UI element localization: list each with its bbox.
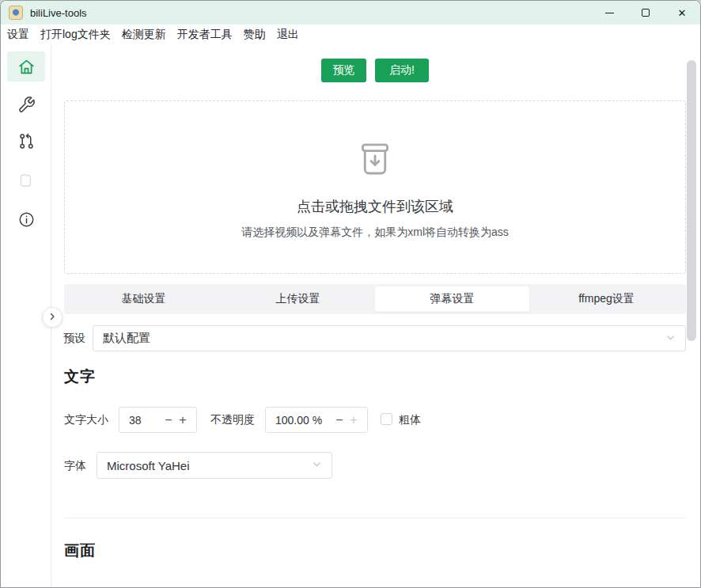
section-divider (64, 518, 686, 518)
preset-select[interactable]: 默认配置 (93, 325, 686, 351)
font-size-input: − + (119, 407, 197, 433)
menu-item-settings[interactable]: 设置 (2, 25, 35, 44)
font-size-minus-button[interactable]: − (161, 414, 176, 427)
font-size-plus-button[interactable]: + (176, 414, 190, 427)
chevron-down-icon (312, 458, 322, 472)
menu-item-check-update[interactable]: 检测更新 (116, 25, 172, 44)
info-icon (17, 211, 36, 229)
tab-upload-settings[interactable]: 上传设置 (221, 286, 375, 312)
titlebar[interactable]: biliLive-tools ✕ (1, 1, 700, 25)
archive-download-icon (357, 142, 393, 180)
opacity-plus-button[interactable]: + (347, 414, 361, 427)
sidebar-item-danmu[interactable] (7, 165, 45, 195)
tab-basic-settings[interactable]: 基础设置 (66, 286, 221, 312)
app-window: biliLive-tools ✕ 设置 打开log文件夹 检测更新 开发者工具 … (0, 0, 701, 588)
app-logo-icon (9, 6, 23, 20)
opacity-minus-button[interactable]: − (332, 414, 347, 427)
file-dropzone[interactable]: 点击或拖拽文件到该区域 请选择视频以及弹幕文件，如果为xml将自动转换为ass (64, 101, 686, 274)
text-section-heading: 文字 (64, 366, 96, 387)
dropzone-main-text: 点击或拖拽文件到该区域 (297, 197, 453, 216)
window-title: biliLive-tools (30, 7, 87, 19)
opacity-input: − + (265, 407, 368, 433)
opacity-field[interactable] (275, 414, 332, 427)
menubar: 设置 打开log文件夹 检测更新 开发者工具 赞助 退出 (1, 25, 700, 45)
minimize-button[interactable] (591, 1, 627, 25)
chevron-down-icon (665, 332, 676, 346)
maximize-icon (642, 9, 650, 17)
sidebar-expand-button[interactable] (42, 307, 63, 328)
sidebar-item-home[interactable] (7, 51, 45, 82)
vertical-scrollbar-thumb[interactable] (687, 60, 696, 341)
menu-item-open-log-folder[interactable]: 打开log文件夹 (35, 25, 116, 44)
font-family-select[interactable]: Microsoft YaHei (97, 452, 332, 479)
close-button[interactable]: ✕ (664, 1, 700, 25)
preset-label: 预设 (63, 332, 85, 346)
font-family-label: 字体 (64, 459, 86, 473)
menu-item-devtools[interactable]: 开发者工具 (172, 25, 238, 44)
maximize-button[interactable] (627, 1, 664, 25)
sidebar-item-about[interactable] (7, 204, 45, 234)
font-size-label: 文字大小 (64, 413, 108, 427)
chevron-right-icon (47, 310, 57, 324)
home-icon (17, 58, 36, 76)
window-controls: ✕ (591, 1, 700, 25)
bold-checkbox[interactable] (381, 413, 392, 425)
preset-select-value: 默认配置 (103, 331, 665, 346)
screen-section-heading: 画面 (64, 541, 96, 561)
font-size-field[interactable] (129, 414, 161, 427)
font-family-select-value: Microsoft YaHei (107, 459, 312, 472)
tab-danmu-settings[interactable]: 弹幕设置 (375, 286, 529, 312)
tab-ffmpeg-settings[interactable]: ffmpeg设置 (529, 286, 684, 312)
start-button[interactable]: 启动! (375, 59, 429, 82)
menu-item-exit[interactable]: 退出 (271, 25, 305, 44)
opacity-label: 不透明度 (210, 413, 255, 427)
sidebar-item-tools[interactable] (7, 89, 45, 119)
wrench-icon (17, 96, 36, 114)
minimize-icon (605, 13, 614, 13)
close-icon: ✕ (678, 8, 687, 18)
preview-button[interactable]: 预览 (321, 59, 366, 82)
trace-outline-icon (16, 170, 36, 191)
menu-item-sponsor[interactable]: 赞助 (238, 25, 271, 44)
bold-label: 粗体 (399, 413, 421, 427)
settings-tabs: 基础设置 上传设置 弹幕设置 ffmpeg设置 (64, 284, 686, 314)
dropzone-sub-text: 请选择视频以及弹幕文件，如果为xml将自动转换为ass (241, 226, 509, 240)
sidebar-item-queue[interactable] (7, 126, 45, 156)
git-compare-icon (17, 132, 36, 150)
